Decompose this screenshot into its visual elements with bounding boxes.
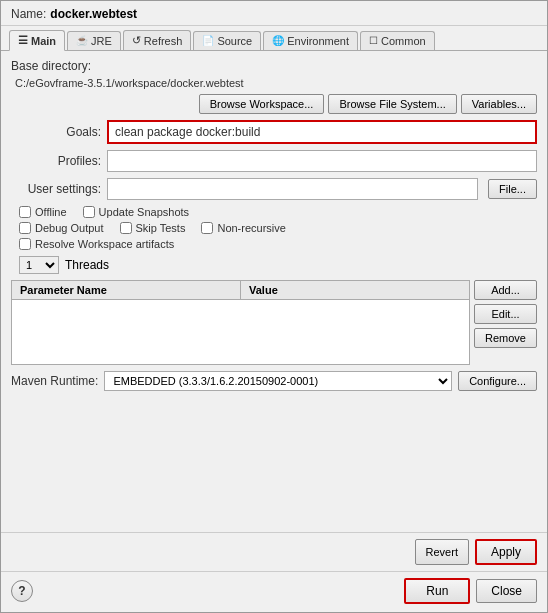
non-recursive-checkbox-label[interactable]: Non-recursive (201, 222, 285, 234)
main-icon: ☰ (18, 34, 28, 47)
profiles-input[interactable] (107, 150, 537, 172)
footer-left: ? (11, 580, 33, 602)
name-value: docker.webtest (50, 7, 137, 21)
resolve-workspace-checkbox-label[interactable]: Resolve Workspace artifacts (19, 238, 174, 250)
threads-row: 1 2 4 Threads (11, 256, 537, 274)
common-icon: ☐ (369, 35, 378, 46)
variables-button[interactable]: Variables... (461, 94, 537, 114)
offline-label: Offline (35, 206, 67, 218)
run-button[interactable]: Run (404, 578, 470, 604)
update-snapshots-checkbox[interactable] (83, 206, 95, 218)
resolve-workspace-label: Resolve Workspace artifacts (35, 238, 174, 250)
tab-jre[interactable]: ☕ JRE (67, 31, 121, 50)
param-col-name-header: Parameter Name (12, 281, 241, 299)
goals-label: Goals: (11, 125, 101, 139)
update-snapshots-label: Update Snapshots (99, 206, 190, 218)
params-table: Parameter Name Value (11, 280, 470, 365)
threads-label: Threads (65, 258, 109, 272)
offline-checkbox-label[interactable]: Offline (19, 206, 67, 218)
checkboxes-section: Offline Update Snapshots Debug Output Sk… (11, 206, 537, 250)
close-button[interactable]: Close (476, 579, 537, 603)
skip-tests-checkbox-label[interactable]: Skip Tests (120, 222, 186, 234)
debug-output-checkbox-label[interactable]: Debug Output (19, 222, 104, 234)
main-content: Base directory: C:/eGovframe-3.5.1/works… (1, 51, 547, 532)
threads-select[interactable]: 1 2 4 (19, 256, 59, 274)
add-button[interactable]: Add... (474, 280, 537, 300)
goals-input[interactable] (107, 120, 537, 144)
title-bar: Name: docker.webtest (1, 1, 547, 26)
param-col-value-header: Value (241, 281, 469, 299)
tab-main[interactable]: ☰ Main (9, 30, 65, 51)
update-snapshots-checkbox-label[interactable]: Update Snapshots (83, 206, 190, 218)
debug-output-label: Debug Output (35, 222, 104, 234)
name-label: Name: (11, 7, 46, 21)
non-recursive-label: Non-recursive (217, 222, 285, 234)
tab-refresh[interactable]: ↺ Refresh (123, 30, 192, 50)
browse-workspace-button[interactable]: Browse Workspace... (199, 94, 325, 114)
configure-button[interactable]: Configure... (458, 371, 537, 391)
revert-button[interactable]: Revert (415, 539, 469, 565)
base-directory-value: C:/eGovframe-3.5.1/workspace/docker.webt… (11, 75, 537, 91)
remove-button[interactable]: Remove (474, 328, 537, 348)
params-body (12, 300, 469, 360)
base-directory-section: Base directory: C:/eGovframe-3.5.1/works… (11, 59, 537, 114)
file-button[interactable]: File... (488, 179, 537, 199)
tab-source-label: Source (217, 35, 252, 47)
help-button[interactable]: ? (11, 580, 33, 602)
environment-icon: 🌐 (272, 35, 284, 46)
tab-environment[interactable]: 🌐 Environment (263, 31, 358, 50)
check-row-3: Resolve Workspace artifacts (19, 238, 537, 250)
skip-tests-checkbox[interactable] (120, 222, 132, 234)
maven-runtime-row: Maven Runtime: EMBEDDED (3.3.3/1.6.2.201… (11, 371, 537, 391)
profiles-label: Profiles: (11, 154, 101, 168)
debug-output-checkbox[interactable] (19, 222, 31, 234)
tabs-bar: ☰ Main ☕ JRE ↺ Refresh 📄 Source 🌐 Enviro… (1, 26, 547, 51)
edit-button[interactable]: Edit... (474, 304, 537, 324)
user-settings-row: User settings: File... (11, 178, 537, 200)
maven-runtime-select[interactable]: EMBEDDED (3.3.3/1.6.2.20150902-0001) (104, 371, 452, 391)
offline-checkbox[interactable] (19, 206, 31, 218)
jre-icon: ☕ (76, 35, 88, 46)
tab-refresh-label: Refresh (144, 35, 183, 47)
params-header: Parameter Name Value (12, 281, 469, 300)
base-directory-label: Base directory: (11, 59, 537, 73)
browse-filesystem-button[interactable]: Browse File System... (328, 94, 456, 114)
skip-tests-label: Skip Tests (136, 222, 186, 234)
user-settings-input[interactable] (107, 178, 478, 200)
footer-buttons: ? Run Close (1, 571, 547, 612)
refresh-icon: ↺ (132, 34, 141, 47)
goals-row: Goals: (11, 120, 537, 144)
apply-button[interactable]: Apply (475, 539, 537, 565)
tab-common-label: Common (381, 35, 426, 47)
tab-common[interactable]: ☐ Common (360, 31, 435, 50)
dialog: Name: docker.webtest ☰ Main ☕ JRE ↺ Refr… (0, 0, 548, 613)
user-settings-label: User settings: (11, 182, 101, 196)
tab-source[interactable]: 📄 Source (193, 31, 261, 50)
tab-environment-label: Environment (287, 35, 349, 47)
profiles-row: Profiles: (11, 150, 537, 172)
bottom-buttons: Revert Apply (1, 532, 547, 571)
tab-main-label: Main (31, 35, 56, 47)
maven-runtime-label: Maven Runtime: (11, 374, 98, 388)
resolve-workspace-checkbox[interactable] (19, 238, 31, 250)
source-icon: 📄 (202, 35, 214, 46)
tab-jre-label: JRE (91, 35, 112, 47)
check-row-1: Offline Update Snapshots (19, 206, 537, 218)
table-section: Parameter Name Value Add... Edit... Remo… (11, 280, 537, 365)
check-row-2: Debug Output Skip Tests Non-recursive (19, 222, 537, 234)
table-buttons: Add... Edit... Remove (474, 280, 537, 365)
non-recursive-checkbox[interactable] (201, 222, 213, 234)
